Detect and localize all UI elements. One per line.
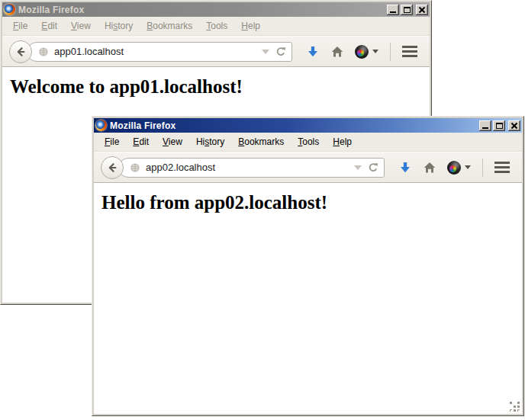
site-globe-icon [37, 46, 50, 58]
close-button[interactable] [416, 5, 428, 15]
firefox-icon [95, 120, 107, 131]
toolbar-separator [390, 43, 391, 61]
maximize-icon [496, 123, 503, 129]
back-button[interactable] [101, 156, 124, 179]
url-bar[interactable]: app02.localhost [118, 158, 385, 178]
extension-color-wheel-icon [355, 45, 369, 59]
close-icon [511, 122, 518, 130]
history-dropdown-icon[interactable] [262, 50, 269, 54]
firefox-icon [4, 4, 15, 15]
maximize-button[interactable] [493, 120, 505, 131]
extension-dropdown-icon [465, 165, 471, 169]
menu-edit[interactable]: Edit [34, 18, 64, 34]
menu-bookmarks[interactable]: Bookmarks [231, 133, 291, 150]
menu-view[interactable]: View [156, 133, 189, 150]
menu-file[interactable]: File [98, 133, 126, 150]
menu-help[interactable]: Help [326, 133, 359, 150]
reload-icon[interactable] [367, 162, 379, 174]
close-icon [418, 6, 426, 14]
page-content-app02: Hello from app02.localhost! [94, 183, 522, 414]
window-title: Mozilla Firefox [18, 5, 84, 15]
url-text[interactable]: app02.localhost [146, 162, 349, 173]
back-button[interactable] [9, 40, 32, 63]
titlebar[interactable]: Mozilla Firefox [2, 2, 430, 17]
titlebar[interactable]: Mozilla Firefox [94, 118, 522, 133]
page-heading: Hello from app02.localhost! [101, 192, 522, 213]
menu-file[interactable]: File [6, 18, 34, 34]
extension-dropdown-icon [372, 50, 378, 53]
extension-button[interactable] [447, 161, 471, 175]
close-button[interactable] [508, 120, 520, 131]
back-arrow-icon [106, 162, 118, 174]
minimize-button[interactable] [479, 120, 491, 131]
url-text[interactable]: app01.localhost [54, 46, 256, 57]
app-menu-button[interactable] [402, 46, 417, 57]
menu-bar: File Edit View History Bookmarks Tools H… [2, 17, 430, 36]
menu-edit[interactable]: Edit [126, 133, 156, 150]
menu-history[interactable]: History [98, 18, 140, 34]
app-menu-button[interactable] [494, 162, 510, 173]
site-globe-icon [129, 162, 141, 174]
menu-bar: File Edit View History Bookmarks Tools H… [94, 133, 522, 152]
history-dropdown-icon[interactable] [354, 165, 362, 170]
menu-view[interactable]: View [64, 18, 98, 34]
home-icon [423, 161, 436, 175]
download-arrow-icon [306, 45, 320, 59]
home-icon [330, 45, 344, 59]
extension-color-wheel-icon [447, 161, 461, 175]
minimize-icon [390, 11, 396, 13]
resize-grip[interactable] [510, 402, 520, 412]
download-button[interactable] [398, 161, 412, 175]
home-button[interactable] [423, 161, 436, 175]
page-heading: Welcome to app01.localhost! [10, 76, 430, 98]
download-button[interactable] [306, 45, 320, 59]
menu-history[interactable]: History [189, 133, 231, 150]
back-arrow-icon [14, 46, 27, 58]
menu-help[interactable]: Help [234, 18, 267, 34]
menu-tools[interactable]: Tools [291, 133, 326, 150]
url-bar[interactable]: app01.localhost [27, 42, 292, 62]
download-arrow-icon [398, 161, 412, 175]
window-title: Mozilla Firefox [110, 120, 176, 131]
home-button[interactable] [330, 45, 344, 59]
toolbar-separator [482, 159, 483, 177]
navigation-toolbar: app02.localhost [94, 152, 522, 183]
minimize-icon [482, 127, 488, 129]
menu-tools[interactable]: Tools [199, 18, 234, 34]
hamburger-icon [494, 162, 510, 164]
menu-bookmarks[interactable]: Bookmarks [140, 18, 199, 34]
hamburger-icon [402, 46, 417, 48]
navigation-toolbar: app01.localhost [2, 36, 430, 67]
maximize-icon [404, 7, 411, 13]
browser-window-app02: Mozilla Firefox File Edit View History B… [92, 116, 524, 416]
maximize-button[interactable] [401, 5, 413, 15]
reload-icon[interactable] [275, 46, 287, 58]
window-controls [387, 5, 428, 15]
extension-button[interactable] [355, 45, 378, 59]
minimize-button[interactable] [387, 5, 399, 15]
window-controls [479, 120, 520, 131]
